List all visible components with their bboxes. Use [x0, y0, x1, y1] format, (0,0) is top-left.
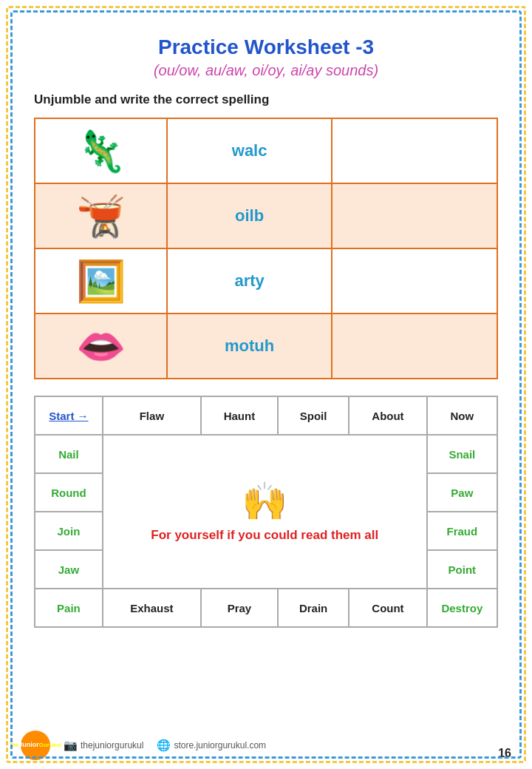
green-word: Nail [58, 448, 79, 461]
grid-cell: Pray [201, 589, 278, 627]
instagram-link: 📷 thejuniorgurukul [64, 739, 143, 752]
black-word: Drain [299, 602, 327, 614]
grid-cell: Drain [278, 589, 349, 627]
image-cell: 👄 [35, 314, 167, 379]
grid-cell: About [349, 396, 427, 435]
grid-cell: Jaw [35, 550, 103, 589]
row-image-0: 🦎 [41, 125, 160, 177]
logo: The Junior Gurukul [21, 731, 50, 760]
black-word: Flaw [140, 410, 164, 422]
grid-row: Nail 🙌 For yourself if you could read th… [35, 435, 497, 473]
black-word: About [372, 410, 403, 422]
row-image-3: 👄 [41, 320, 160, 372]
table-row: 🖼️ arty [35, 248, 497, 314]
grid-cell: Flaw [103, 396, 201, 435]
grid-cell: Spoil [278, 396, 349, 435]
website-url: store.juniorgurukul.com [174, 740, 266, 751]
green-word: Join [57, 525, 80, 538]
table-row: 👄 motuh [35, 314, 497, 379]
green-word: Round [51, 487, 86, 499]
black-word: Spoil [300, 410, 327, 422]
main-title: Practice Worksheet -3 [34, 35, 498, 59]
table-row: 🫕 oilb [35, 183, 497, 248]
grid-cell: Start → [35, 396, 103, 435]
instagram-icon: 📷 [64, 739, 78, 752]
black-word: Count [372, 602, 403, 614]
image-cell: 🖼️ [35, 248, 167, 314]
grid-cell: Point [427, 550, 497, 589]
word-grid-table: Start →FlawHauntSpoilAboutNowNail 🙌 For … [34, 396, 498, 628]
center-text: For yourself if you could read them all [151, 527, 378, 543]
answer-cell [332, 314, 497, 379]
grid-bottom-row: PainExhaustPrayDrainCountDestroy [35, 589, 497, 627]
row-image-1: 🫕 [41, 190, 160, 242]
grid-cell: Paw [427, 473, 497, 512]
logo-circle: The Junior Gurukul [21, 731, 50, 760]
image-cell: 🫕 [35, 183, 167, 248]
globe-icon: 🌐 [157, 739, 171, 752]
green-word: Destroy [441, 602, 482, 614]
start-label: Start → [49, 410, 88, 422]
clap-image: 🙌 [242, 480, 287, 523]
row-image-2: 🖼️ [41, 255, 160, 307]
table-row: 🦎 walc [35, 118, 497, 183]
subtitle: (ou/ow, au/aw, oi/oy, ai/ay sounds) [34, 62, 498, 79]
jumbled-word-cell: walc [167, 118, 332, 183]
grid-cell: Snail [427, 435, 497, 473]
page: Practice Worksheet -3 (ou/ow, au/aw, oi/… [0, 0, 532, 769]
jumbled-word-cell: motuh [167, 314, 332, 379]
black-word: Pray [228, 602, 252, 614]
grid-header-row: Start →FlawHauntSpoilAboutNow [35, 396, 497, 435]
footer: The Junior Gurukul 📷 thejuniorgurukul 🌐 … [0, 731, 532, 760]
unjumble-table: 🦎 walc 🫕 oilb 🖼️ arty 👄 motuh [34, 118, 498, 379]
grid-cell: Count [349, 589, 427, 627]
answer-cell [332, 248, 497, 314]
answer-cell [332, 118, 497, 183]
green-word: Jaw [58, 563, 79, 576]
black-word: Haunt [224, 410, 256, 422]
green-word: Snail [449, 448, 475, 461]
grid-cell: Fraud [427, 512, 497, 550]
grid-cell: Nail [35, 435, 103, 473]
black-word: Exhaust [130, 602, 173, 614]
grid-cell: Now [427, 396, 497, 435]
jumbled-word-cell: arty [167, 248, 332, 314]
green-word: Pain [57, 602, 81, 614]
green-word: Point [449, 563, 477, 576]
grid-cell: Round [35, 473, 103, 512]
footer-social: 📷 thejuniorgurukul 🌐 store.juniorgurukul… [64, 739, 266, 752]
jumbled-word-cell: oilb [167, 183, 332, 248]
grid-cell: Exhaust [103, 589, 201, 627]
grid-cell: Pain [35, 589, 103, 627]
green-word: Fraud [447, 525, 478, 538]
instruction: Unjumble and write the correct spelling [34, 92, 498, 107]
grid-cell: Join [35, 512, 103, 550]
image-cell: 🦎 [35, 118, 167, 183]
black-word: Now [451, 410, 474, 422]
grid-cell: 🙌 For yourself if you could read them al… [103, 435, 427, 589]
grid-cell: Haunt [201, 396, 278, 435]
grid-cell: Destroy [427, 589, 497, 627]
green-word: Paw [451, 487, 473, 499]
content-area: Practice Worksheet -3 (ou/ow, au/aw, oi/… [16, 13, 516, 643]
instagram-handle: thejuniorgurukul [81, 740, 143, 751]
website-link: 🌐 store.juniorgurukul.com [157, 739, 266, 752]
answer-cell [332, 183, 497, 248]
